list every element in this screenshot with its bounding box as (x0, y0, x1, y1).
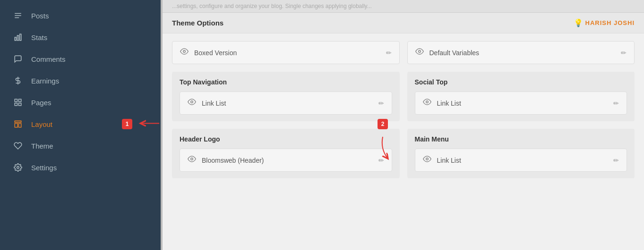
section-social-top: Social Top Link List ✏ (407, 72, 635, 121)
sidebar-item-posts[interactable]: Posts (0, 5, 161, 26)
card-label: Boxed Version (194, 49, 237, 57)
svg-rect-4 (17, 35, 19, 41)
svg-point-15 (183, 50, 186, 53)
posts-icon (11, 11, 25, 20)
card-main-menu-link-list[interactable]: Link List ✏ (415, 149, 627, 172)
sidebar-item-label: Layout (31, 120, 52, 128)
sidebar-item-comments[interactable]: Comments (0, 48, 161, 70)
stats-icon (11, 33, 25, 42)
svg-point-20 (426, 158, 428, 160)
svg-point-17 (191, 101, 193, 103)
svg-rect-13 (19, 124, 21, 127)
card-label: Link List (437, 157, 461, 164)
sidebar-item-layout[interactable]: Layout 1 (0, 113, 161, 135)
card-bloomsweb-header[interactable]: Bloomsweb (Header) ✏ (180, 149, 392, 172)
eye-icon (423, 155, 431, 166)
card-label: Bloomsweb (Header) (202, 157, 264, 164)
section-title-social-top: Social Top (415, 78, 627, 86)
top-description-bar: ...settings, configure and organize your… (163, 0, 644, 13)
edit-icon[interactable]: ✏ (386, 49, 392, 57)
sidebar-item-label: Stats (31, 33, 47, 42)
eye-icon (180, 47, 189, 58)
section-title-header-logo: Header Logo (180, 135, 392, 143)
edit-icon[interactable]: ✏ (378, 100, 384, 107)
svg-rect-3 (15, 37, 16, 41)
svg-rect-7 (15, 99, 17, 101)
edit-icon[interactable]: ✏ (613, 100, 619, 107)
sidebar-item-label: Settings (31, 164, 57, 172)
sidebar-item-label: Posts (31, 12, 49, 20)
section-row-1: Boxed Version ✏ Default Variables ✏ (172, 41, 635, 64)
eye-icon (188, 98, 196, 108)
pages-icon (11, 98, 25, 107)
edit-icon[interactable]: ✏ (378, 157, 384, 164)
card-label: Link List (437, 100, 461, 107)
card-boxed-version[interactable]: Boxed Version ✏ (172, 41, 400, 64)
svg-rect-11 (15, 121, 21, 122)
section-title-main-menu: Main Menu (415, 135, 627, 143)
sidebar: Posts Stats Comments Earnings Pages Layo… (0, 0, 161, 250)
layout-icon (11, 120, 25, 128)
sidebar-item-earnings[interactable]: Earnings (0, 70, 161, 92)
svg-rect-10 (15, 103, 17, 106)
brand-name: HARISH JOSHI (585, 19, 635, 26)
eye-icon (188, 155, 196, 166)
earnings-icon (11, 76, 25, 85)
sidebar-item-settings[interactable]: Settings (0, 157, 161, 178)
sidebar-item-pages[interactable]: Pages (0, 92, 161, 113)
sidebar-item-stats[interactable]: Stats (0, 26, 161, 48)
main-content: ...settings, configure and organize your… (163, 0, 644, 250)
svg-rect-8 (19, 99, 21, 101)
eye-icon (415, 47, 424, 58)
svg-point-14 (17, 167, 19, 169)
svg-rect-5 (20, 34, 21, 41)
section-title-theme-options: Theme Options (172, 19, 223, 27)
comments-icon (11, 55, 25, 63)
svg-rect-9 (19, 103, 21, 106)
card-label: Link List (202, 100, 226, 107)
theme-icon (11, 142, 25, 150)
content-header: Theme Options 💡 HARISH JOSHI (163, 13, 644, 33)
annotation-arrow-1 (136, 117, 162, 131)
card-label: Default Variables (429, 49, 480, 57)
svg-rect-12 (15, 124, 17, 127)
edit-icon[interactable]: ✏ (613, 157, 619, 164)
sidebar-item-label: Pages (31, 99, 52, 107)
bulb-icon: 💡 (574, 18, 583, 27)
card-default-variables[interactable]: Default Variables ✏ (407, 41, 635, 64)
annotation-badge-1: 1 (122, 119, 132, 129)
brand-logo: 💡 HARISH JOSHI (574, 18, 635, 27)
content-sections: Boxed Version ✏ Default Variables ✏ Top … (163, 33, 644, 186)
section-title-top-nav: Top Navigation (180, 78, 392, 86)
sidebar-item-label: Theme (31, 142, 53, 150)
eye-icon (423, 98, 431, 108)
card-top-nav-link-list[interactable]: Link List ✏ (180, 92, 392, 115)
section-row-2: Top Navigation Link List ✏ Social Top (172, 72, 635, 121)
settings-icon (11, 163, 25, 172)
section-header-logo: Header Logo Bloomsweb (Header) ✏ (172, 129, 400, 178)
svg-point-16 (418, 50, 421, 53)
sidebar-item-theme[interactable]: Theme (0, 135, 161, 157)
svg-point-19 (191, 158, 193, 160)
section-top-navigation: Top Navigation Link List ✏ (172, 72, 400, 121)
card-social-top-link-list[interactable]: Link List ✏ (415, 92, 627, 115)
svg-point-18 (426, 101, 428, 103)
sidebar-item-label: Comments (31, 55, 66, 63)
edit-icon[interactable]: ✏ (621, 49, 627, 57)
section-row-3: Header Logo Bloomsweb (Header) ✏ Main Me… (172, 129, 635, 178)
sidebar-item-label: Earnings (31, 77, 59, 85)
section-main-menu: Main Menu Link List ✏ (407, 129, 635, 178)
